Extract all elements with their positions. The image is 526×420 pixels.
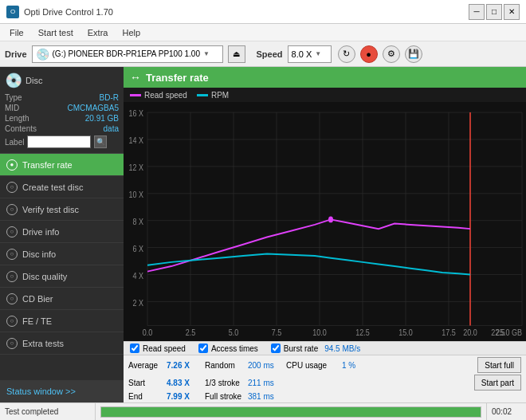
stats-row-3: End 7.99 X Full stroke 381 ms <box>128 392 521 401</box>
menu-extra[interactable]: Extra <box>81 26 115 39</box>
svg-text:17.5: 17.5 <box>442 328 456 337</box>
menu-file[interactable]: File <box>3 26 30 39</box>
save-button[interactable]: 💾 <box>405 45 422 63</box>
disc-label-label: Label <box>5 138 24 147</box>
nav-disc-info-label: Disc info <box>22 249 56 259</box>
refresh-button[interactable]: ↻ <box>338 45 355 63</box>
fe-te-icon: ○ <box>6 316 18 327</box>
svg-text:12.5: 12.5 <box>355 328 370 337</box>
close-button[interactable]: ✕ <box>504 4 520 20</box>
nav-transfer-rate[interactable]: ● Transfer rate <box>0 154 124 176</box>
stroke-label: 1/3 stroke <box>205 379 243 387</box>
legend-rpm-color <box>197 94 208 96</box>
svg-text:20.0: 20.0 <box>463 328 477 337</box>
main-content: 💿 Disc Type BD-R MID CMCMAGBA5 Length 20… <box>0 67 526 402</box>
svg-text:5.0: 5.0 <box>229 328 239 337</box>
stats-area: Average 7.26 X Random 200 ms CPU usage 1… <box>124 355 526 402</box>
nav-status-window[interactable]: Status window >> <box>0 380 124 402</box>
disc-type-label: Type <box>5 93 22 102</box>
checkbox-read-speed-input[interactable] <box>130 343 139 353</box>
stroke-value: 211 ms <box>248 379 281 387</box>
disc-info-icon: ○ <box>6 249 18 260</box>
disc-label-row: Label 🔍 <box>5 135 119 148</box>
svg-text:2.5: 2.5 <box>186 328 196 337</box>
legend-rpm-label: RPM <box>211 91 229 100</box>
speed-select[interactable]: 8.0 X ▼ <box>288 45 332 63</box>
nav-disc-quality[interactable]: ○ Disc quality <box>0 265 124 288</box>
nav-fe-te-label: FE / TE <box>22 316 52 326</box>
disc-header-label: Disc <box>26 76 42 85</box>
drive-dropdown-arrow: ▼ <box>203 50 210 57</box>
cpu-usage-label: CPU usage <box>286 361 337 370</box>
cpu-usage-value: 1 % <box>342 361 473 370</box>
chart-stats-area: ↔ Transfer rate Read speed RPM <box>124 67 526 402</box>
chart-title: Transfer rate <box>146 72 209 84</box>
start-value: 4.83 X <box>167 379 200 387</box>
disc-contents-label: Contents <box>5 124 37 133</box>
cd-bier-icon: ○ <box>6 293 18 304</box>
nav-create-test-disc[interactable]: ○ Create test disc <box>0 176 124 198</box>
legend-rpm: RPM <box>197 91 229 100</box>
chart-container: 16 X 14 X 12 X 10 X 8 X 6 X 4 X 2 X 0.0 … <box>124 102 526 341</box>
app-title: Opti Drive Control 1.70 <box>24 7 113 17</box>
eject-button[interactable]: ⏏ <box>228 45 245 63</box>
settings-button[interactable]: ⚙ <box>383 45 400 63</box>
verify-test-disc-icon: ○ <box>6 204 18 215</box>
drive-select[interactable]: 💿 (G:) PIONEER BDR-PR1EPA PP100 1.00 ▼ <box>32 45 223 63</box>
red-button[interactable]: ● <box>360 45 378 63</box>
menu-help[interactable]: Help <box>116 26 147 39</box>
drive-info-icon: ○ <box>6 226 18 237</box>
legend-read-speed-label: Read speed <box>144 91 187 100</box>
nav-cd-bier[interactable]: ○ CD Bier <box>0 288 124 310</box>
full-stroke-value: 381 ms <box>248 392 274 401</box>
drive-label: Drive <box>5 49 27 59</box>
average-label: Average <box>128 361 162 370</box>
chart-legend: Read speed RPM <box>124 88 526 102</box>
nav-verify-test-disc-label: Verify test disc <box>22 205 79 214</box>
checkbox-access-times-input[interactable] <box>198 343 208 353</box>
full-stroke-label: Full stroke <box>205 392 243 401</box>
menu-start-test[interactable]: Start test <box>32 26 80 39</box>
disc-type-row: Type BD-R <box>5 92 119 103</box>
chart-header-icon: ↔ <box>130 71 141 84</box>
svg-text:8 X: 8 X <box>133 217 144 226</box>
checkbox-burst-rate-value: 94.5 MB/s <box>324 344 360 353</box>
checkbox-burst-rate-input[interactable] <box>271 343 281 353</box>
maximize-button[interactable]: □ <box>486 4 502 20</box>
disc-info-panel: 💿 Disc Type BD-R MID CMCMAGBA5 Length 20… <box>0 67 124 154</box>
title-bar: O Opti Drive Control 1.70 ─ □ ✕ <box>0 0 526 24</box>
nav-disc-info[interactable]: ○ Disc info <box>0 243 124 265</box>
nav-status-window-label: Status window >> <box>6 387 76 396</box>
svg-text:25.0 GB: 25.0 GB <box>496 328 522 337</box>
svg-text:2 X: 2 X <box>133 298 144 308</box>
disc-length-label: Length <box>5 114 29 123</box>
chart-header: ↔ Transfer rate <box>124 67 526 88</box>
nav-verify-test-disc[interactable]: ○ Verify test disc <box>0 198 124 221</box>
svg-text:7.5: 7.5 <box>272 328 282 337</box>
nav-extra-tests[interactable]: ○ Extra tests <box>0 332 124 355</box>
start-full-button[interactable]: Start full <box>477 357 521 373</box>
disc-contents-row: Contents data <box>5 124 119 134</box>
checkbox-read-speed-label: Read speed <box>143 344 186 353</box>
svg-text:16 X: 16 X <box>129 108 144 118</box>
speed-label: Speed <box>257 49 283 59</box>
checkboxes-row: Read speed Access times Burst rate 94.5 … <box>124 341 526 355</box>
disc-label-input[interactable] <box>27 135 91 148</box>
disc-info-header: 💿 Disc <box>5 72 119 89</box>
svg-point-40 <box>328 216 333 222</box>
minimize-button[interactable]: ─ <box>469 4 485 20</box>
svg-text:10 X: 10 X <box>129 190 144 199</box>
status-bar: Test completed 00:02 <box>0 402 526 420</box>
extra-tests-icon: ○ <box>6 338 18 349</box>
svg-text:10.0: 10.0 <box>312 328 327 337</box>
start-part-button[interactable]: Start part <box>474 375 521 391</box>
nav-drive-info[interactable]: ○ Drive info <box>0 221 124 243</box>
speed-dropdown-arrow: ▼ <box>315 50 321 57</box>
disc-mid-value: CMCMAGBA5 <box>68 104 119 112</box>
title-bar-left: O Opti Drive Control 1.70 <box>6 6 113 18</box>
disc-label-icon-btn[interactable]: 🔍 <box>94 135 107 148</box>
checkbox-access-times-label: Access times <box>211 344 258 353</box>
nav-fe-te[interactable]: ○ FE / TE <box>0 310 124 332</box>
nav-create-test-disc-label: Create test disc <box>22 183 83 192</box>
stats-row-1: Average 7.26 X Random 200 ms CPU usage 1… <box>128 357 521 373</box>
